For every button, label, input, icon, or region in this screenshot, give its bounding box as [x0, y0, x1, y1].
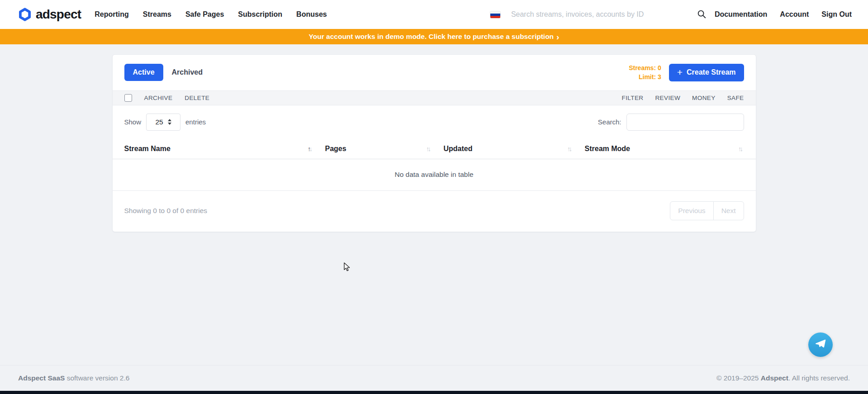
page-size-value: 25	[155, 118, 163, 126]
bulk-actions-toolbar: ARCHIVE DELETE FILTER REVIEW MONEY SAFE	[113, 90, 756, 105]
toolbar-left: ARCHIVE DELETE	[124, 94, 210, 102]
table-header: Stream Name ↑↓ Pages ↑↓ Updated ↑↓ Strea…	[113, 139, 756, 159]
table-controls: Show 25 entries Search:	[113, 105, 756, 139]
bottom-dark-bar	[0, 391, 868, 394]
nav-link-documentation[interactable]: Documentation	[715, 10, 767, 19]
column-stream-name[interactable]: Stream Name ↑↓	[124, 139, 325, 159]
column-pages[interactable]: Pages ↑↓	[325, 139, 444, 159]
select-caret-icon	[168, 119, 171, 125]
navbar-right: Documentation Account Sign Out	[490, 7, 852, 22]
streams-count: Streams: 0	[629, 63, 661, 72]
search-button[interactable]	[695, 7, 708, 22]
telegram-chat-button[interactable]	[808, 332, 833, 357]
sort-icon: ↑↓	[308, 145, 313, 152]
nav-item-safe-pages[interactable]: Safe Pages	[185, 10, 224, 19]
table-search-group: Search:	[598, 114, 744, 131]
navbar-links: Documentation Account Sign Out	[715, 10, 852, 19]
demo-mode-banner[interactable]: Your account works in demo mode. Click h…	[0, 29, 868, 44]
footer-version: Adspect SaaS software version 2.6	[18, 374, 129, 382]
mouse-cursor	[343, 262, 352, 274]
flag-ru-icon[interactable]	[490, 11, 500, 18]
filter-action[interactable]: FILTER	[622, 95, 644, 101]
stream-quota: Streams: 0 Limit: 3	[629, 63, 661, 82]
safe-action[interactable]: SAFE	[727, 95, 744, 101]
telegram-paper-plane-icon	[815, 338, 826, 351]
nav-link-sign-out[interactable]: Sign Out	[821, 10, 852, 19]
column-updated[interactable]: Updated ↑↓	[444, 139, 585, 159]
table-search-label: Search:	[598, 118, 621, 126]
table-empty-state: No data available in table	[113, 159, 756, 191]
banner-text: Your account works in demo mode. Click h…	[309, 33, 554, 41]
footer-copyright: © 2019–2025 Adspect. All rights reserved…	[716, 374, 850, 382]
global-search-input[interactable]	[511, 10, 692, 19]
brand-name: adspect	[36, 7, 81, 22]
streams-limit: Limit: 3	[629, 72, 661, 81]
search-icon	[697, 9, 707, 20]
show-label: Show	[124, 118, 142, 126]
card-header-right: Streams: 0 Limit: 3 + Create Stream	[629, 63, 744, 82]
page-footer: Adspect SaaS software version 2.6 © 2019…	[0, 365, 868, 391]
nav-item-subscription[interactable]: Subscription	[238, 10, 282, 19]
nav-item-reporting[interactable]: Reporting	[95, 10, 129, 19]
page-size-select[interactable]: 25	[146, 114, 180, 131]
review-action[interactable]: REVIEW	[655, 95, 680, 101]
delete-action[interactable]: DELETE	[185, 95, 209, 101]
nav-item-bonuses[interactable]: Bonuses	[296, 10, 327, 19]
previous-page-button[interactable]: Previous	[670, 201, 713, 220]
money-action[interactable]: MONEY	[692, 95, 716, 101]
adspect-logo[interactable]: adspect	[18, 7, 81, 22]
pagination: Previous Next	[670, 201, 744, 220]
plus-icon: +	[677, 68, 683, 77]
create-stream-label: Create Stream	[687, 68, 736, 76]
hexagon-logo-icon	[18, 8, 32, 21]
card-header: Active Archived Streams: 0 Limit: 3 + Cr…	[113, 55, 756, 90]
select-all-checkbox[interactable]	[124, 94, 132, 102]
entries-summary: Showing 0 to 0 of 0 entries	[124, 207, 208, 215]
entries-label: entries	[185, 118, 206, 126]
main-nav: Reporting Streams Safe Pages Subscriptio…	[95, 10, 327, 19]
tab-archived[interactable]: Archived	[172, 68, 203, 76]
next-page-button[interactable]: Next	[713, 201, 744, 220]
nav-link-account[interactable]: Account	[780, 10, 809, 19]
navbar: adspect Reporting Streams Safe Pages Sub…	[0, 0, 868, 29]
card-footer: Showing 0 to 0 of 0 entries Previous Nex…	[113, 191, 756, 232]
column-stream-mode[interactable]: Stream Mode ↑↓	[585, 139, 744, 159]
create-stream-button[interactable]: + Create Stream	[669, 64, 744, 81]
toolbar-right: FILTER REVIEW MONEY SAFE	[622, 95, 744, 101]
tab-active[interactable]: Active	[124, 64, 163, 81]
sort-icon: ↑↓	[738, 145, 743, 152]
table-search-input[interactable]	[626, 114, 744, 131]
nav-item-streams[interactable]: Streams	[143, 10, 171, 19]
sort-icon: ↑↓	[567, 145, 572, 152]
streams-card: Active Archived Streams: 0 Limit: 3 + Cr…	[112, 54, 756, 232]
archive-action[interactable]: ARCHIVE	[144, 95, 173, 101]
chevron-right-icon: ›	[556, 33, 559, 41]
sort-icon: ↑↓	[426, 145, 431, 152]
